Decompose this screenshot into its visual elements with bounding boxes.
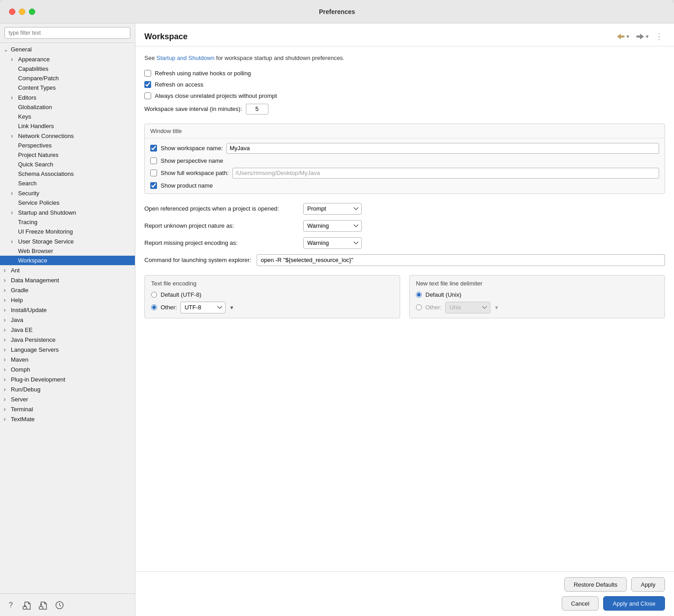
restore-defaults-button[interactable]: Restore Defaults [564, 577, 627, 592]
apply-and-close-button[interactable]: Apply and Close [603, 596, 665, 611]
sidebar-item-editors[interactable]: Editors [0, 92, 135, 102]
encoding-default-label[interactable]: Default (UTF-8) [161, 291, 201, 298]
newline-other-label[interactable]: Other: [425, 304, 442, 311]
chevron-right-icon [4, 415, 11, 423]
import-preferences-icon[interactable] [22, 600, 32, 611]
refresh-access-checkbox[interactable] [144, 81, 151, 88]
more-options-icon[interactable]: ⋮ [653, 31, 665, 42]
sidebar-item-plug-in-development[interactable]: Plug-in Development [0, 374, 135, 384]
sidebar-item-oomph[interactable]: Oomph [0, 364, 135, 374]
refresh-native-label[interactable]: Refresh using native hooks or polling [155, 70, 251, 77]
save-interval-input[interactable] [246, 104, 268, 115]
always-close-label[interactable]: Always close unrelated projects without … [155, 92, 277, 99]
show-workspace-name-checkbox[interactable] [150, 145, 157, 152]
show-product-name-checkbox[interactable] [150, 182, 157, 189]
sidebar-item-schema-associations[interactable]: Schema Associations [0, 169, 135, 179]
sidebar-item-run-debug[interactable]: Run/Debug [0, 384, 135, 394]
reset-preferences-icon[interactable] [54, 600, 65, 611]
sidebar-item-install-update[interactable]: Install/Update [0, 305, 135, 315]
sidebar-item-label: Data Management [11, 277, 59, 284]
sidebar-item-security[interactable]: Security [0, 188, 135, 198]
export-preferences-icon[interactable] [38, 600, 49, 611]
newline-other-radio[interactable] [416, 304, 422, 310]
chevron-right-icon [4, 376, 11, 383]
show-workspace-name-label[interactable]: Show workspace name: [161, 145, 223, 152]
sidebar-item-server[interactable]: Server [0, 394, 135, 404]
filter-input[interactable] [5, 27, 130, 39]
startup-shutdown-link[interactable]: Startup and Shutdown [157, 55, 215, 61]
show-full-path-label[interactable]: Show full workspace path: [161, 170, 229, 176]
refresh-access-label[interactable]: Refresh on access [155, 81, 203, 88]
sidebar-item-content-types[interactable]: Content Types [0, 83, 135, 92]
show-perspective-name-checkbox[interactable] [150, 157, 157, 164]
sidebar-item-capabilities[interactable]: Capabilities [0, 64, 135, 74]
encoding-other-label[interactable]: Other: [161, 304, 177, 311]
sidebar-item-compare-patch[interactable]: Compare/Patch [0, 74, 135, 83]
apply-button[interactable]: Apply [631, 577, 665, 592]
text-encoding-box: Text file encoding Default (UTF-8) Other… [144, 275, 400, 318]
cancel-button[interactable]: Cancel [562, 596, 599, 611]
sidebar-item-keys[interactable]: Keys [0, 112, 135, 121]
sidebar-item-service-policies[interactable]: Service Policies [0, 198, 135, 207]
encoding-other-select[interactable]: UTF-8 UTF-16 ISO-8859-1 [180, 302, 226, 313]
encoding-other-radio[interactable] [151, 304, 157, 310]
header-icons: ▼ ▼ ⋮ [614, 31, 665, 42]
sidebar-item-web-browser[interactable]: Web Browser [0, 246, 135, 256]
sidebar-item-tracing[interactable]: Tracing [0, 217, 135, 227]
sidebar-item-general[interactable]: General [0, 45, 135, 54]
save-interval-row: Workspace save interval (in minutes): [144, 104, 665, 115]
sidebar-item-help[interactable]: Help [0, 295, 135, 305]
sidebar-item-search[interactable]: Search [0, 179, 135, 188]
minimize-button[interactable] [19, 9, 25, 15]
sidebar-item-data-management[interactable]: Data Management [0, 275, 135, 285]
newline-default-label[interactable]: Default (Unix) [425, 291, 461, 298]
close-button[interactable] [9, 9, 15, 15]
sidebar-item-network-connections[interactable]: Network Connections [0, 131, 135, 141]
maximize-button[interactable] [29, 9, 35, 15]
refresh-native-checkbox[interactable] [144, 70, 151, 77]
open-referenced-select[interactable]: Prompt Always Never [303, 203, 362, 215]
report-missing-encoding-select[interactable]: Warning Error Ignore [303, 237, 362, 249]
sidebar-item-quick-search[interactable]: Quick Search [0, 160, 135, 169]
sidebar-item-project-natures[interactable]: Project Natures [0, 150, 135, 160]
show-full-path-checkbox[interactable] [150, 170, 157, 176]
sidebar-item-link-handlers[interactable]: Link Handlers [0, 121, 135, 131]
back-button[interactable]: ▼ [614, 32, 632, 41]
sidebar-item-ant[interactable]: Ant [0, 265, 135, 275]
show-perspective-name-label[interactable]: Show perspective name [161, 157, 223, 164]
always-close-checkbox[interactable] [144, 92, 151, 99]
report-unknown-select[interactable]: Warning Error Ignore [303, 220, 362, 232]
chevron-right-icon [4, 366, 11, 373]
sidebar-item-appearance[interactable]: Appearance [0, 54, 135, 64]
sidebar-item-globalization[interactable]: Globalization [0, 102, 135, 112]
command-input[interactable] [257, 254, 665, 266]
sidebar-item-perspectives[interactable]: Perspectives [0, 141, 135, 150]
sidebar-item-gradle[interactable]: Gradle [0, 285, 135, 295]
newline-default-radio[interactable] [416, 292, 422, 298]
report-unknown-row: Report unknown project nature as: Warnin… [144, 220, 665, 232]
sidebar-item-language-servers[interactable]: Language Servers [0, 345, 135, 354]
newline-other-select[interactable]: Unix Windows Mac [445, 302, 490, 313]
sidebar-item-java[interactable]: Java [0, 315, 135, 325]
sidebar-item-workspace[interactable]: Workspace [0, 256, 135, 265]
encoding-default-radio[interactable] [151, 292, 157, 298]
forward-button[interactable]: ▼ [634, 32, 651, 41]
filter-container [0, 23, 135, 43]
sidebar-item-label: Tracing [18, 219, 37, 225]
sidebar-item-user-storage-service[interactable]: User Storage Service [0, 236, 135, 246]
sidebar-item-terminal[interactable]: Terminal [0, 404, 135, 414]
sidebar-item-label: Terminal [11, 406, 33, 413]
sidebar-item-label: Language Servers [11, 346, 59, 353]
open-referenced-row: Open referenced projects when a project … [144, 203, 665, 215]
full-path-input[interactable] [232, 168, 659, 179]
show-product-name-label[interactable]: Show product name [161, 182, 213, 189]
workspace-name-input[interactable] [226, 143, 659, 154]
sidebar-item-textmate[interactable]: TextMate [0, 414, 135, 424]
window-title: Preferences [319, 8, 355, 15]
sidebar-item-startup-and-shutdown[interactable]: Startup and Shutdown [0, 207, 135, 217]
help-icon[interactable]: ? [5, 600, 16, 611]
sidebar-item-java-persistence[interactable]: Java Persistence [0, 335, 135, 345]
sidebar-item-java-ee[interactable]: Java EE [0, 325, 135, 335]
sidebar-item-ui-freeze-monitoring[interactable]: UI Freeze Monitoring [0, 227, 135, 236]
sidebar-item-maven[interactable]: Maven [0, 354, 135, 364]
